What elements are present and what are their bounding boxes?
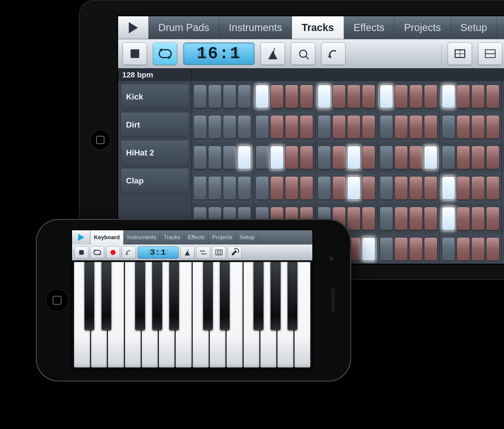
step-cell[interactable] (409, 115, 423, 139)
view-grid-b-button[interactable] (478, 42, 502, 65)
step-cell[interactable] (256, 176, 269, 200)
undo-button[interactable] (321, 42, 345, 65)
step-cell[interactable] (409, 85, 423, 108)
step-cell[interactable] (193, 146, 207, 169)
step-cell[interactable] (238, 146, 251, 169)
iphone-home-button[interactable] (46, 289, 68, 311)
step-cell[interactable] (318, 115, 331, 139)
step-cell[interactable] (395, 207, 408, 230)
position-lcd[interactable]: 88:8 16:1 (183, 42, 255, 65)
step-cell[interactable] (395, 176, 408, 200)
step-cell[interactable] (409, 237, 423, 261)
step-cell[interactable] (395, 85, 408, 108)
zoom-button[interactable] (291, 42, 315, 65)
step-cell[interactable] (471, 207, 485, 230)
track-label[interactable]: HiHat 2 (121, 140, 189, 165)
step-cell[interactable] (362, 176, 375, 200)
step-cell[interactable] (471, 176, 485, 200)
step-cell[interactable] (332, 146, 346, 169)
step-cell[interactable] (424, 146, 437, 169)
step-cell[interactable] (318, 176, 331, 200)
step-cell[interactable] (424, 207, 437, 230)
track-label[interactable]: Clap (121, 168, 189, 193)
step-cell[interactable] (442, 207, 455, 230)
step-cell[interactable] (457, 146, 470, 169)
black-key[interactable] (254, 262, 263, 330)
iphone-undo-button[interactable] (122, 246, 136, 259)
iphone-tab-projects[interactable]: Projects (208, 230, 236, 245)
loop-button[interactable] (153, 42, 177, 65)
step-cell[interactable] (457, 237, 470, 261)
step-cell[interactable] (424, 237, 437, 261)
step-cell[interactable] (362, 85, 375, 108)
step-cell[interactable] (332, 176, 346, 200)
step-cell[interactable] (347, 85, 360, 108)
step-cell[interactable] (442, 85, 455, 108)
iphone-tab-keyboard[interactable]: Keyboard (90, 230, 123, 245)
step-cell[interactable] (380, 146, 393, 169)
metronome-button[interactable] (261, 42, 285, 65)
black-key[interactable] (169, 262, 179, 330)
iphone-tab-instruments[interactable]: Instruments (123, 230, 160, 245)
step-cell[interactable] (486, 85, 499, 108)
step-cell[interactable] (362, 207, 375, 230)
step-cell[interactable] (300, 146, 313, 169)
step-cell[interactable] (285, 115, 298, 139)
step-cell[interactable] (471, 115, 485, 139)
iphone-loop-button[interactable] (90, 246, 104, 259)
step-cell[interactable] (347, 207, 360, 230)
step-cell[interactable] (471, 85, 485, 108)
step-cell[interactable] (424, 176, 437, 200)
iphone-swap-button[interactable] (196, 246, 210, 259)
step-cell[interactable] (256, 85, 269, 108)
step-cell[interactable] (193, 176, 207, 200)
iphone-stop-button[interactable] (75, 246, 88, 259)
step-cell[interactable] (457, 115, 470, 139)
step-cell[interactable] (486, 115, 499, 139)
step-cell[interactable] (332, 115, 346, 139)
tab-tracks[interactable]: Tracks (292, 16, 344, 39)
step-cell[interactable] (409, 146, 423, 169)
step-cell[interactable] (223, 176, 236, 200)
tab-setup[interactable]: Setup (451, 16, 497, 39)
black-key[interactable] (85, 262, 94, 330)
step-cell[interactable] (442, 237, 455, 261)
step-cell[interactable] (424, 115, 437, 139)
black-key[interactable] (220, 262, 230, 330)
step-cell[interactable] (409, 176, 423, 200)
step-cell[interactable] (208, 176, 221, 200)
step-cell[interactable] (395, 237, 408, 261)
step-cell[interactable] (285, 176, 298, 200)
tab-effects[interactable]: Effects (344, 16, 395, 39)
step-cell[interactable] (380, 176, 393, 200)
black-key[interactable] (271, 262, 280, 330)
step-cell[interactable] (486, 176, 499, 200)
iphone-tab-tracks[interactable]: Tracks (160, 230, 184, 245)
step-cell[interactable] (193, 115, 207, 139)
step-cell[interactable] (409, 207, 423, 230)
step-cell[interactable] (332, 85, 346, 108)
step-cell[interactable] (285, 146, 298, 169)
iphone-piano-view-button[interactable] (212, 246, 226, 259)
step-cell[interactable] (223, 115, 236, 139)
step-cell[interactable] (457, 85, 470, 108)
step-cell[interactable] (380, 237, 393, 261)
step-cell[interactable] (347, 146, 360, 169)
step-cell[interactable] (442, 115, 455, 139)
step-cell[interactable] (300, 85, 313, 108)
step-cell[interactable] (256, 115, 269, 139)
step-cell[interactable] (270, 146, 284, 169)
step-cell[interactable] (395, 115, 408, 139)
step-cell[interactable] (238, 85, 251, 108)
step-cell[interactable] (486, 237, 499, 261)
step-cell[interactable] (270, 176, 284, 200)
step-cell[interactable] (208, 146, 221, 169)
step-cell[interactable] (347, 176, 360, 200)
step-cell[interactable] (223, 146, 236, 169)
iphone-tab-setup[interactable]: Setup (236, 230, 258, 245)
step-cell[interactable] (318, 85, 331, 108)
bpm-display[interactable]: 128 bpm (118, 68, 192, 81)
step-cell[interactable] (457, 176, 470, 200)
step-cell[interactable] (424, 85, 437, 108)
black-key[interactable] (135, 262, 145, 330)
